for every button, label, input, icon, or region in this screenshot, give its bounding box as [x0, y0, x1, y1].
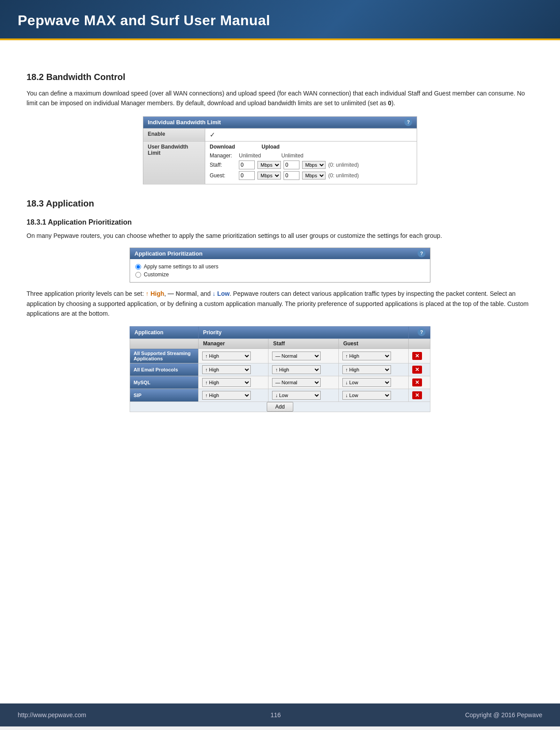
- app-add-btn[interactable]: Add: [267, 402, 293, 412]
- bw-limit-content: Download Upload Manager: Unlimited Unlim…: [205, 141, 417, 184]
- sip-delete-btn[interactable]: ✕: [412, 391, 422, 399]
- mysql-manager-cell: ↑ High: [199, 376, 268, 389]
- app-table-help-icon[interactable]: ?: [418, 328, 426, 336]
- mysql-guest-cell: ↑ High — Normal ↓ Low: [338, 376, 408, 389]
- app-add-cell: Add: [130, 402, 430, 412]
- section-1831-body1: On many Pepwave routers, you can choose …: [27, 231, 533, 241]
- low-indicator: ↓ Low: [212, 290, 230, 297]
- radio-customize-input[interactable]: [135, 272, 141, 278]
- mysql-guest-select[interactable]: ↑ High — Normal ↓ Low: [342, 378, 391, 387]
- manager-bw-row: Manager: Unlimited Unlimited: [210, 153, 412, 159]
- mysql-delete-cell: ✕: [409, 376, 430, 389]
- email-staff-select[interactable]: ↑ High: [272, 365, 321, 374]
- guest-ul-input[interactable]: [284, 171, 299, 180]
- sip-guest-select[interactable]: ↑ High — Normal ↓ Low: [342, 391, 391, 400]
- streaming-manager-select[interactable]: ↑ High — Normal ↓ Low: [202, 352, 251, 360]
- app-priority-table: Application Priority ? Manager Staff Gue…: [130, 326, 430, 412]
- email-delete-btn[interactable]: ✕: [412, 366, 422, 374]
- sip-staff-select[interactable]: ↑ High — Normal ↓ Low: [272, 391, 321, 400]
- email-guest-select[interactable]: ↑ High: [342, 365, 391, 374]
- page-footer: http://www.pepwave.com 116 Copyright @ 2…: [0, 703, 560, 726]
- streaming-delete-cell: ✕: [409, 349, 430, 363]
- page-header: Pepwave MAX and Surf User Manual: [0, 0, 560, 40]
- bw-table-header: Individual Bandwidth Limit ?: [143, 116, 417, 128]
- mysql-staff-select[interactable]: ↑ High — Normal ↓ Low: [272, 378, 321, 387]
- app-priority-box: Application Prioritization ? Apply same …: [130, 248, 430, 283]
- streaming-manager-cell: ↑ High — Normal ↓ Low: [199, 349, 268, 363]
- section-182-title: 18.2 Bandwidth Control: [27, 72, 533, 82]
- section-182-body: You can define a maximum download speed …: [27, 88, 533, 108]
- guest-bw-row: Guest: Mbps Mbps (0: unlimited): [210, 171, 412, 180]
- guest-ul-unit[interactable]: Mbps: [302, 172, 326, 180]
- app-prio-help-icon[interactable]: ?: [418, 249, 426, 257]
- bw-table-header-row: Individual Bandwidth Limit ?: [143, 116, 417, 128]
- staff-ul-unit[interactable]: Mbps: [302, 161, 326, 169]
- help-col: ?: [409, 327, 430, 339]
- sip-manager-select[interactable]: ↑ High: [202, 391, 251, 400]
- staff-dl-input[interactable]: [239, 161, 255, 169]
- streaming-delete-btn[interactable]: ✕: [412, 352, 422, 360]
- email-app-label: All Email Protocols: [130, 363, 199, 376]
- bw-enable-checkmark: ✓: [210, 131, 215, 138]
- section-1831-title: 18.3.1 Application Prioritization: [27, 218, 533, 226]
- page-title: Pepwave MAX and Surf User Manual: [18, 12, 542, 29]
- app-table-sub-header: Manager Staff Guest: [130, 339, 430, 349]
- app-add-row: Add: [130, 402, 430, 412]
- app-row-streaming: All Supported Streaming Applications ↑ H…: [130, 349, 430, 363]
- staff-ul-input[interactable]: [284, 161, 299, 169]
- mysql-staff-cell: ↑ High — Normal ↓ Low: [268, 376, 338, 389]
- guest-note: (0: unlimited): [328, 172, 359, 179]
- bw-enable-label: Enable: [143, 128, 205, 141]
- radio-customize[interactable]: Customize: [135, 271, 425, 279]
- app-table-header-row: Application Priority ?: [130, 327, 430, 339]
- staff-sub-header: Staff: [268, 339, 338, 349]
- section-182: 18.2 Bandwidth Control You can define a …: [27, 72, 533, 184]
- streaming-guest-select[interactable]: ↑ High — Normal ↓ Low: [342, 352, 391, 360]
- sip-guest-cell: ↑ High — Normal ↓ Low: [338, 389, 408, 402]
- manager-ul-value: Unlimited: [281, 153, 303, 159]
- streaming-staff-cell: ↑ High — Normal ↓ Low: [268, 349, 338, 363]
- staff-dl-unit[interactable]: Mbps: [257, 161, 281, 169]
- radio-all-users[interactable]: Apply same settings to all users: [135, 263, 425, 271]
- normal-indicator: — Normal: [168, 290, 197, 297]
- section-183: 18.3 Application 18.3.1 Application Prio…: [27, 199, 533, 413]
- email-guest-cell: ↑ High: [338, 363, 408, 376]
- staff-bw-row: Staff: Mbps Mbps (0: unlimited): [210, 161, 412, 169]
- guest-label: Guest:: [210, 172, 236, 179]
- bw-enable-row: Enable ✓: [143, 128, 417, 141]
- app-col-header: Application: [130, 327, 199, 339]
- streaming-guest-cell: ↑ High — Normal ↓ Low: [338, 349, 408, 363]
- streaming-app-label: All Supported Streaming Applications: [130, 349, 199, 363]
- mysql-delete-btn[interactable]: ✕: [412, 378, 422, 386]
- sip-app-label: SIP: [130, 389, 199, 402]
- bw-enable-value: ✓: [205, 128, 417, 141]
- manager-dl-value: Unlimited: [239, 153, 261, 159]
- manager-label: Manager:: [210, 153, 236, 159]
- radio-all-users-input[interactable]: [135, 264, 141, 270]
- app-row-mysql: MySQL ↑ High ↑ High — Normal ↓ Low: [130, 376, 430, 389]
- main-content: 18.2 Bandwidth Control You can define a …: [0, 40, 560, 703]
- app-priority-box-header: Application Prioritization ?: [130, 248, 430, 259]
- email-manager-cell: ↑ High: [199, 363, 268, 376]
- footer-url: http://www.pepwave.com: [18, 711, 86, 719]
- bw-help-icon[interactable]: ?: [404, 118, 412, 126]
- email-staff-cell: ↑ High: [268, 363, 338, 376]
- bw-limit-row: User Bandwidth Limit Download Upload Man…: [143, 141, 417, 184]
- app-row-sip: SIP ↑ High ↑ High — Normal ↓ Low: [130, 389, 430, 402]
- guest-dl-input[interactable]: [239, 171, 255, 180]
- manager-sub-header: Manager: [199, 339, 268, 349]
- download-col-label: Download: [210, 144, 235, 150]
- email-manager-select[interactable]: ↑ High: [202, 365, 251, 374]
- upload-col-label: Upload: [261, 144, 280, 150]
- mysql-app-label: MySQL: [130, 376, 199, 389]
- section-1831-body2: Three application priority levels can be…: [27, 289, 533, 318]
- app-priority-box-content: Apply same settings to all users Customi…: [130, 259, 430, 282]
- streaming-staff-select[interactable]: ↑ High — Normal ↓ Low: [272, 352, 321, 360]
- app-row-email: All Email Protocols ↑ High ↑ High: [130, 363, 430, 376]
- staff-label: Staff:: [210, 162, 236, 168]
- guest-dl-unit[interactable]: Mbps: [257, 172, 281, 180]
- sip-staff-cell: ↑ High — Normal ↓ Low: [268, 389, 338, 402]
- footer-page: 116: [270, 711, 280, 719]
- mysql-manager-select[interactable]: ↑ High: [202, 378, 251, 387]
- section-183-title: 18.3 Application: [27, 199, 533, 209]
